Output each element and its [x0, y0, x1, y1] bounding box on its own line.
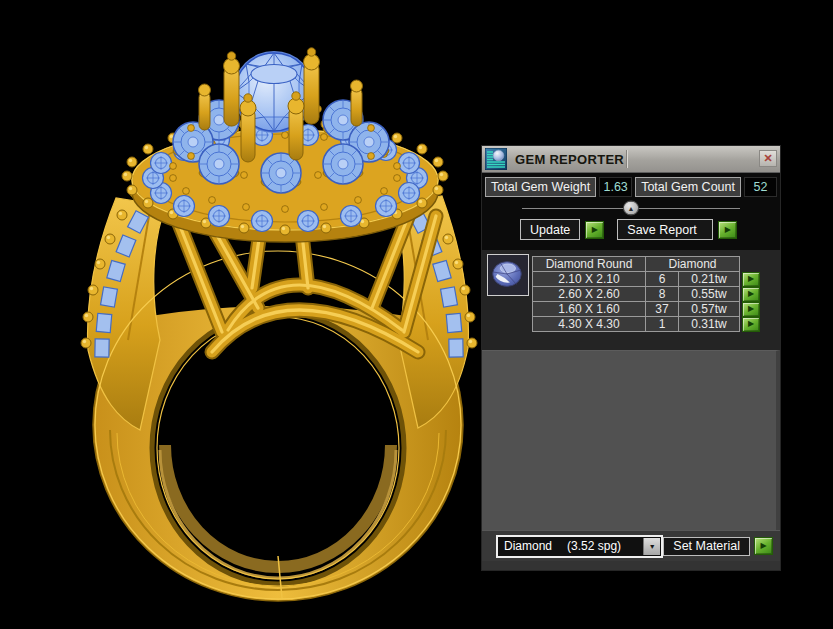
- close-button[interactable]: ✕: [759, 150, 777, 167]
- report-body: [482, 350, 780, 530]
- gem-count: 8: [646, 287, 679, 302]
- gem-weight: 0.57tw: [679, 302, 740, 317]
- row-select-button[interactable]: ▶: [742, 302, 760, 317]
- gem-size: 1.60 X 1.60: [533, 302, 646, 317]
- ring-shank: [88, 196, 469, 601]
- collapse-button[interactable]: ▲: [623, 200, 639, 215]
- gem-type-thumbnail[interactable]: [487, 254, 529, 296]
- gem-reporter-window: GEM REPORTER ✕ Total Gem Weight 1.63 Tot…: [481, 145, 781, 571]
- update-run-button[interactable]: ▶: [585, 221, 604, 239]
- gem-table-section: Diamond Round Diamond 2.10 X 2.10 6 0.21…: [482, 250, 780, 350]
- gem-count: 1: [646, 317, 679, 332]
- play-icon: ▶: [760, 542, 766, 550]
- row-select-button[interactable]: ▶: [742, 287, 760, 302]
- gem-weight: 0.21tw: [679, 272, 740, 287]
- gem-row[interactable]: 2.60 X 2.60 8 0.55tw ▶: [533, 287, 761, 302]
- gem-weight: 0.31tw: [679, 317, 740, 332]
- gem-size: 4.30 X 4.30: [533, 317, 646, 332]
- set-material-run-button[interactable]: ▶: [754, 537, 773, 555]
- gem-size: 2.60 X 2.60: [533, 287, 646, 302]
- gem-reporter-icon: [485, 148, 507, 170]
- gem-weight: 0.55tw: [679, 287, 740, 302]
- row-select-button[interactable]: ▶: [742, 272, 760, 287]
- update-button[interactable]: Update: [520, 219, 580, 240]
- col-header-diamond[interactable]: Diamond: [646, 257, 740, 272]
- play-icon: ▶: [592, 226, 598, 234]
- play-icon: ▶: [748, 275, 754, 283]
- material-name: Diamond: [504, 539, 552, 553]
- total-gem-weight-value: 1.63: [599, 177, 632, 197]
- play-icon: ▶: [748, 320, 754, 328]
- window-title: GEM REPORTER: [515, 152, 624, 167]
- material-dropdown[interactable]: Diamond (3.52 spg) ▼: [496, 535, 663, 558]
- close-icon: ✕: [763, 153, 772, 164]
- save-report-run-button[interactable]: ▶: [718, 221, 737, 239]
- titlebar[interactable]: GEM REPORTER ✕: [482, 146, 780, 173]
- gem-count: 37: [646, 302, 679, 317]
- material-spg: (3.52 spg): [567, 539, 621, 553]
- material-bar: Diamond (3.52 spg) ▼ Set Material ▶: [482, 530, 780, 561]
- row-select-button[interactable]: ▶: [742, 317, 760, 332]
- gem-row[interactable]: 2.10 X 2.10 6 0.21tw ▶: [533, 272, 761, 287]
- play-icon: ▶: [748, 305, 754, 313]
- stats-row: Total Gem Weight 1.63 Total Gem Count 52: [482, 173, 780, 201]
- gem-row[interactable]: 1.60 X 1.60 37 0.57tw ▶: [533, 302, 761, 317]
- panel-bottom-strip: [482, 561, 780, 570]
- gem-table-header: Diamond Round Diamond: [533, 257, 761, 272]
- gem-size: 2.10 X 2.10: [533, 272, 646, 287]
- save-report-button[interactable]: Save Report: [617, 219, 713, 240]
- total-gem-weight-label: Total Gem Weight: [485, 177, 596, 197]
- total-gem-count-label: Total Gem Count: [635, 177, 741, 197]
- total-gem-count-value: 52: [744, 177, 777, 197]
- gem-count: 6: [646, 272, 679, 287]
- gem-table: Diamond Round Diamond 2.10 X 2.10 6 0.21…: [532, 256, 761, 332]
- collapse-divider: ▲: [482, 201, 780, 214]
- set-material-button[interactable]: Set Material: [663, 537, 750, 556]
- play-icon: ▶: [725, 226, 731, 234]
- play-icon: ▶: [748, 290, 754, 298]
- dropdown-arrow-icon[interactable]: ▼: [643, 538, 660, 555]
- col-header-size[interactable]: Diamond Round: [533, 257, 646, 272]
- chevron-up-icon: ▲: [628, 204, 635, 211]
- actions-row: Update ▶ Save Report ▶: [482, 214, 780, 250]
- titlebar-separator: [626, 150, 628, 168]
- gem-row[interactable]: 4.30 X 4.30 1 0.31tw ▶: [533, 317, 761, 332]
